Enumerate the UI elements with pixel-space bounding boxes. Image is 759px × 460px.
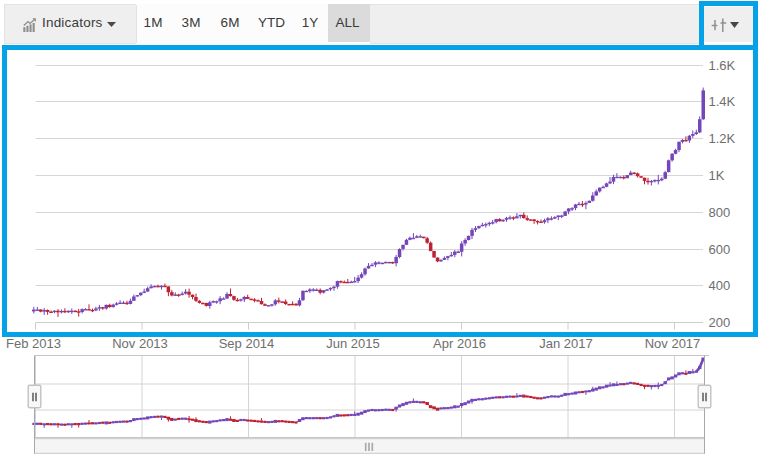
svg-text:Nov 2013: Nov 2013 <box>112 336 168 351</box>
svg-text:Nov 2017: Nov 2017 <box>645 336 701 351</box>
svg-text:Sep 2014: Sep 2014 <box>219 336 275 351</box>
svg-text:Jun 2015: Jun 2015 <box>326 336 380 351</box>
svg-text:Jan 2017: Jan 2017 <box>539 336 593 351</box>
svg-text:Apr 2016: Apr 2016 <box>433 336 486 351</box>
svg-text:Feb 2013: Feb 2013 <box>6 336 61 351</box>
